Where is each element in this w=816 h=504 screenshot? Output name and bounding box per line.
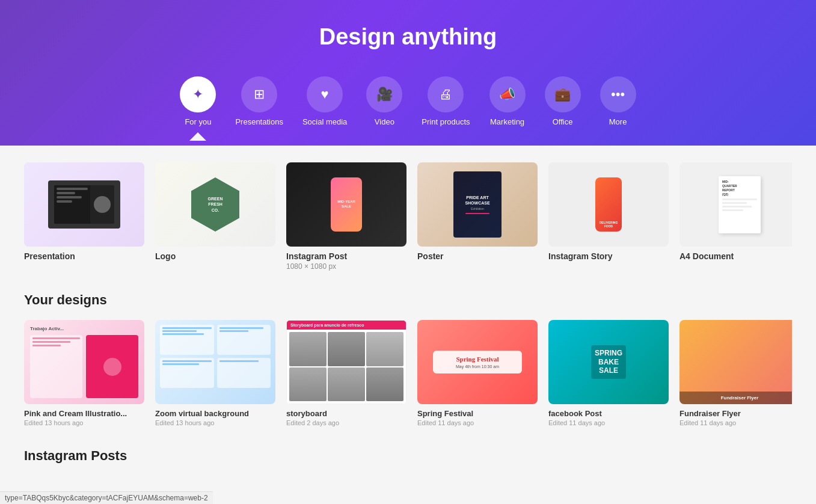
nav-label-video: Video: [375, 117, 394, 126]
design-name-pink: Pink and Cream Illustratio...: [24, 409, 144, 418]
office-icon-circle: 💼: [545, 76, 581, 112]
zoom-bar-6: [162, 360, 212, 362]
design-thumb-pink-illustration: Trabajo Activ...: [24, 320, 144, 404]
zoom-bar-1: [162, 327, 212, 329]
storyboard-thumb-content: Storyboard para anuncio de refresco: [286, 320, 406, 404]
presentation-mockup: [24, 162, 144, 247]
design-card-spring-festival[interactable]: Spring Festival May 4th from 10:30 am Sp…: [417, 320, 538, 426]
pink-bar-3: [32, 345, 61, 346]
sb-cell-1: [289, 332, 327, 366]
person-silhouette: [94, 196, 111, 213]
content-bar-1: [57, 188, 88, 190]
template-label-a4-document: A4 Document: [679, 251, 792, 261]
laptop-right: [90, 185, 114, 224]
design-thumb-storyboard: Storyboard para anuncio de refresco: [286, 320, 406, 404]
template-label-poster: Poster: [417, 251, 538, 261]
nav-item-print-products[interactable]: 🖨 Print products: [414, 72, 477, 146]
sb-cell-3: [366, 332, 403, 366]
zoom-box-2: [217, 325, 271, 355]
logo-badge: GREENFRESHCO.: [191, 177, 239, 232]
instagram-story-mockup: DELIVERINGFOOD: [548, 162, 669, 247]
template-card-poster[interactable]: PRIDE ARTSHOWCASE Exhibition Poster: [417, 162, 538, 271]
hero-title: Design anything: [12, 24, 804, 50]
template-card-instagram-story[interactable]: DELIVERINGFOOD Instagram Story: [548, 162, 669, 271]
template-card-a4-document[interactable]: MID-QUARTERREPORT(Q2) A4 Document: [679, 162, 792, 271]
nav-item-for-you[interactable]: ✦ For you: [173, 72, 223, 146]
nav-label-office: Office: [553, 117, 573, 126]
nav-item-more[interactable]: ••• More: [593, 72, 643, 146]
pink-thumb-content: Trabajo Activ...: [24, 320, 144, 404]
design-thumb-fundraiser-flyer: Fundraiser Flyer: [679, 320, 792, 404]
template-sub-instagram-post: 1080 × 1080 px: [286, 262, 406, 271]
zoom-top: [160, 325, 271, 355]
template-thumb-a4-document: MID-QUARTERREPORT(Q2): [679, 162, 792, 247]
briefcase-icon: 💼: [554, 87, 571, 102]
instagram-posts-title: Instagram Posts: [24, 448, 792, 464]
template-card-presentation[interactable]: Presentation: [24, 162, 144, 271]
facebook-title: SPRINGBAKESALE: [595, 349, 622, 375]
content-bar-4: [57, 200, 72, 203]
hero-section: Design anything ✦ For you ⊞ Presentation…: [0, 0, 816, 146]
social-media-icon-circle: ♥: [307, 76, 343, 112]
content-bar-2: [57, 192, 75, 194]
fundraiser-overlay: Fundraiser Flyer: [679, 392, 792, 404]
template-thumb-presentation: [24, 162, 144, 247]
design-card-storyboard[interactable]: Storyboard para anuncio de refresco stor…: [286, 320, 406, 426]
laptop-content: [54, 185, 90, 224]
nav-item-office[interactable]: 💼 Office: [538, 72, 588, 146]
design-card-facebook-post[interactable]: SPRINGBAKESALE facebook Post Edited 11 d…: [548, 320, 669, 426]
facebook-card: SPRINGBAKESALE: [591, 345, 626, 378]
nav-item-social-media[interactable]: ♥ Social media: [295, 72, 354, 146]
design-thumb-facebook-post: SPRINGBAKESALE: [548, 320, 669, 404]
pink-person: [103, 358, 121, 376]
zoom-bar-3: [162, 333, 204, 335]
phone-mockup: MID-YEARSALE: [331, 177, 362, 232]
design-card-zoom-background[interactable]: Zoom virtual background Edited 13 hours …: [155, 320, 275, 426]
story-text: DELIVERINGFOOD: [600, 221, 618, 228]
active-indicator: [189, 132, 206, 141]
poster-sub-text: Exhibition: [471, 207, 484, 211]
template-card-logo[interactable]: GREENFRESHCO. Logo: [155, 162, 275, 271]
pink-content: [30, 335, 138, 398]
pink-title: Trabajo Activ...: [30, 326, 138, 331]
marketing-icon-circle: 📣: [489, 76, 526, 112]
nav-item-presentations[interactable]: ⊞ Presentations: [228, 72, 290, 146]
pink-bar-2: [32, 341, 70, 343]
star-icon: ✦: [192, 87, 203, 102]
nav-item-video[interactable]: 🎥 Video: [359, 72, 410, 146]
poster-title-text: PRIDE ARTSHOWCASE: [465, 195, 489, 206]
template-label-instagram-post: Instagram Post: [286, 251, 406, 261]
sb-person-1: [289, 332, 327, 366]
presentations-icon: ⊞: [254, 87, 265, 102]
story-phone: DELIVERINGFOOD: [595, 177, 622, 232]
sb-cell-2: [328, 332, 365, 366]
document-card: MID-QUARTERREPORT(Q2): [719, 176, 761, 233]
video-icon-circle: 🎥: [366, 76, 402, 112]
design-name-zoom: Zoom virtual background: [155, 409, 275, 418]
instagram-post-mockup: MID-YEARSALE: [286, 162, 406, 247]
sb-person-5: [328, 367, 365, 402]
sb-cell-6: [366, 367, 403, 402]
storyboard-header: Storyboard para anuncio de refresco: [287, 321, 406, 330]
facebook-thumb-content: SPRINGBAKESALE: [548, 320, 669, 404]
design-card-pink-illustration[interactable]: Trabajo Activ... Pink and Cream Illustra…: [24, 320, 144, 426]
doc-line-1: [722, 198, 757, 200]
sb-person-4: [289, 367, 327, 402]
laptop-icon: [48, 180, 120, 229]
zoom-thumb-content: [155, 320, 275, 404]
megaphone-icon: 📣: [499, 87, 515, 102]
nav-item-marketing[interactable]: 📣 Marketing: [482, 72, 533, 146]
design-thumb-zoom-background: [155, 320, 275, 404]
design-card-fundraiser-flyer[interactable]: Fundraiser Flyer Fundraiser Flyer Edited…: [679, 320, 792, 426]
poster-card: PRIDE ARTSHOWCASE Exhibition: [453, 171, 502, 238]
spring-title: Spring Festival: [438, 355, 517, 363]
print-icon: 🖨: [439, 87, 452, 102]
zoom-box-1: [160, 325, 214, 355]
template-thumb-instagram-story: DELIVERINGFOOD: [548, 162, 669, 247]
nav-label-social-media: Social media: [302, 117, 347, 126]
sb-person-2: [328, 332, 365, 366]
mid-year-text: MID-YEARSALE: [337, 200, 355, 209]
category-nav: ✦ For you ⊞ Presentations ♥ Social media…: [12, 72, 804, 146]
template-card-instagram-post[interactable]: MID-YEARSALE Instagram Post 1080 × 1080 …: [286, 162, 406, 271]
zoom-box-3: [160, 358, 214, 388]
